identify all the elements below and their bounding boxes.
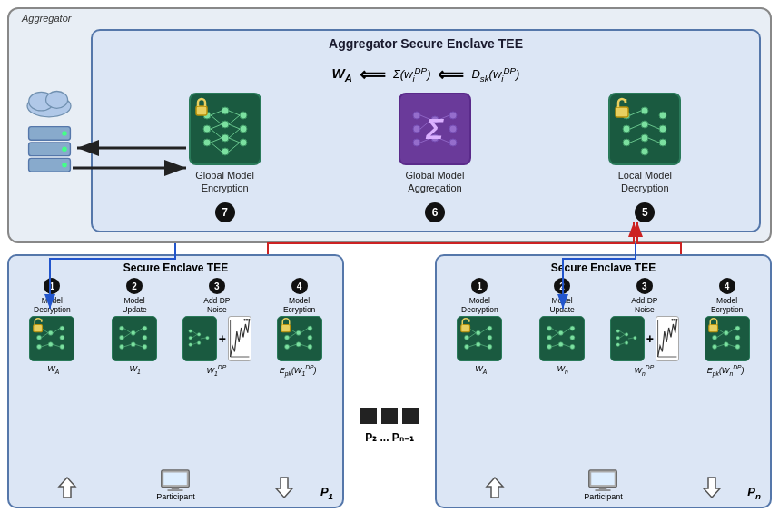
svg-line-95	[192, 335, 197, 339]
pn-participant-label: Participant	[584, 492, 623, 501]
pn-icon-1	[457, 316, 502, 361]
svg-line-18	[229, 115, 240, 124]
svg-point-109	[307, 326, 311, 330]
pn-label-4: ModelEcryption	[711, 296, 743, 314]
pn-noise-chart-icon	[656, 316, 679, 361]
svg-line-148	[563, 329, 570, 333]
svg-line-74	[54, 345, 61, 348]
svg-point-45	[659, 125, 666, 133]
svg-line-19	[229, 124, 240, 129]
svg-point-75	[120, 326, 124, 330]
server-stack-icon	[25, 123, 74, 172]
svg-point-68	[60, 336, 64, 340]
p1-tee-label: Secure Enclave TEE	[9, 256, 342, 274]
svg-line-147	[552, 345, 559, 348]
svg-point-126	[465, 345, 469, 350]
p1-footer: Participant	[9, 468, 342, 501]
svg-point-131	[488, 345, 492, 350]
svg-line-87	[135, 345, 143, 348]
svg-line-178	[728, 345, 735, 348]
svg-rect-182	[599, 488, 607, 490]
svg-point-54	[46, 92, 68, 109]
p1-label-3: Add DPNoise	[203, 296, 230, 314]
svg-point-10	[240, 139, 247, 146]
p1-participant-label: Participant	[156, 492, 195, 501]
svg-point-69	[60, 345, 64, 350]
svg-marker-117	[59, 478, 75, 498]
svg-point-39	[623, 139, 630, 146]
svg-line-157	[619, 335, 625, 339]
svg-point-6	[222, 134, 229, 142]
svg-point-60	[62, 163, 67, 168]
svg-line-135	[481, 329, 488, 333]
modules-row: Global ModelEncryption 7 Σ	[120, 93, 750, 222]
svg-point-91	[197, 333, 201, 337]
svg-line-156	[619, 331, 625, 335]
p1-icon-1	[29, 316, 74, 361]
svg-point-138	[547, 336, 552, 340]
module-label-aggregation: Global ModelAggregation	[406, 169, 465, 195]
svg-point-76	[120, 336, 124, 340]
svg-line-12	[211, 115, 222, 124]
p1-w-label-1: WA	[23, 364, 84, 377]
module-label-local-decryption: Local ModelDecryption	[618, 169, 672, 195]
svg-point-143	[570, 336, 575, 340]
svg-point-82	[143, 345, 147, 350]
svg-point-110	[307, 336, 311, 340]
svg-point-163	[674, 319, 675, 320]
p1-label-1: ModelDecryption	[34, 296, 71, 314]
p1-lock-icon	[279, 318, 293, 334]
svg-point-40	[641, 107, 648, 114]
sum-label: Σ(wiDP)	[393, 65, 431, 84]
module-local-model-decryption: Local ModelDecryption 5	[586, 93, 704, 222]
middle-squares	[360, 408, 419, 424]
svg-rect-183	[596, 489, 611, 491]
svg-marker-184	[704, 478, 720, 498]
svg-line-16	[211, 143, 222, 152]
double-arrow-left-1: ⟸	[360, 64, 386, 85]
svg-line-50	[648, 124, 659, 129]
step-badge-6: 6	[425, 202, 445, 222]
p1-label-4: ModelEcryption	[283, 296, 315, 314]
middle-section: P₂ ... Pₙ₋₁	[353, 254, 426, 525]
dsk-label: Dsk(wiDP)	[471, 65, 519, 84]
lock-open-icon	[612, 96, 632, 120]
p1-net-3	[187, 326, 212, 351]
server-cloud-icon	[22, 82, 76, 172]
svg-point-66	[49, 342, 54, 347]
p1-step2: 2 ModelUpdate	[104, 278, 165, 361]
pn-footer: Participant	[437, 468, 770, 501]
svg-line-22	[229, 143, 240, 152]
pn-tee-label: Secure Enclave TEE	[437, 256, 770, 274]
noise-chart-icon	[228, 316, 251, 361]
svg-point-150	[616, 330, 620, 333]
p1-icon-2	[112, 316, 157, 361]
svg-point-152	[616, 343, 620, 347]
participant-p1-box: Secure Enclave TEE 1 ModelDecryption	[7, 254, 344, 508]
p1-down-arrow	[55, 474, 79, 501]
p1-step4: 4 ModelEcryption	[269, 278, 330, 361]
pn-badge-3: 3	[636, 278, 653, 294]
svg-rect-120	[172, 488, 180, 490]
svg-line-73	[54, 329, 61, 333]
p1-name: P1	[320, 485, 333, 501]
svg-line-17	[229, 111, 240, 115]
svg-rect-119	[164, 473, 188, 486]
p1-computer: Participant	[156, 468, 195, 501]
svg-point-153	[625, 333, 628, 337]
pn-icon-3-wrapper: +	[610, 316, 679, 361]
svg-rect-121	[168, 489, 183, 491]
pn-label-1: ModelDecryption	[461, 296, 498, 314]
svg-line-134	[469, 345, 477, 348]
svg-line-48	[630, 124, 641, 129]
svg-point-164	[675, 319, 677, 320]
pn-net-2	[545, 321, 579, 356]
svg-point-2	[203, 125, 211, 133]
svg-point-142	[570, 326, 575, 330]
svg-point-41	[641, 121, 648, 128]
svg-point-80	[143, 326, 147, 330]
svg-line-72	[42, 345, 49, 348]
svg-point-64	[37, 345, 42, 350]
svg-line-21	[229, 138, 240, 143]
svg-point-128	[477, 342, 481, 347]
